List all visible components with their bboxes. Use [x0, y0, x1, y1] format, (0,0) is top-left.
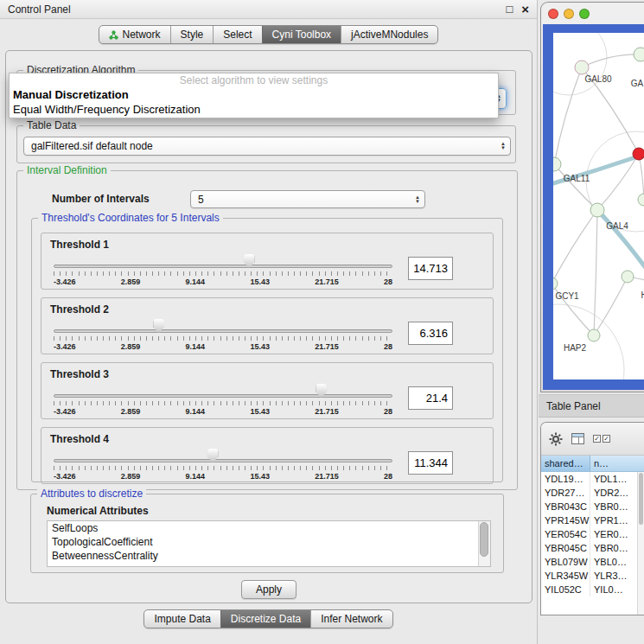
attributes-group: Attributes to discretize Numerical Attri…	[30, 494, 504, 573]
threshold-label: Threshold 1	[50, 239, 109, 251]
num-intervals-combobox[interactable]: 5 ▲▼	[190, 190, 425, 208]
network-edge[interactable]	[594, 277, 628, 335]
bottom-tab-infer-network[interactable]: Infer Network	[310, 610, 392, 628]
scale-label: 2.859	[121, 342, 141, 351]
slider-scale-labels: -3.4262.8599.14415.4321.71528	[54, 342, 392, 351]
attributes-group-title: Attributes to discretize	[37, 488, 146, 500]
node-gcy1[interactable]	[553, 277, 558, 290]
table-row[interactable]: YPR145WYPR1…	[541, 513, 644, 527]
select-all-checkbox-icon[interactable]: ✓	[593, 435, 601, 443]
slider-track[interactable]	[54, 459, 392, 462]
threshold-slider[interactable]: -3.4262.8599.14415.4321.71528	[54, 252, 392, 289]
node-gal80[interactable]	[575, 61, 589, 74]
column-header-name[interactable]: n…	[590, 456, 644, 471]
zoom-traffic-light-icon[interactable]	[579, 9, 590, 19]
slider-ticks	[54, 336, 392, 341]
node-label: H	[641, 290, 644, 300]
control-panel-titlebar[interactable]: Control Panel □ ×	[0, 0, 537, 19]
minimize-traffic-light-icon[interactable]	[564, 9, 574, 19]
node-gal11[interactable]	[553, 157, 561, 171]
scale-label: 2.859	[121, 407, 141, 416]
attribute-list-item[interactable]: SelfLoops	[48, 521, 490, 535]
table-data-group: Table Data galFiltered.sif default node …	[16, 125, 516, 163]
slider-track[interactable]	[54, 394, 392, 398]
table-header-row: shared… n…	[541, 456, 644, 472]
combo-arrows-icon: ▲▼	[501, 142, 506, 150]
threshold-value-field[interactable]: 21.4	[408, 386, 453, 410]
tab-jactivemnodules[interactable]: jActiveMNodules	[341, 26, 437, 43]
table-row[interactable]: YDR27…YDR2…	[541, 486, 644, 500]
tab-label: Select	[223, 29, 252, 41]
threshold-value-field[interactable]: 6.316	[408, 322, 453, 345]
node-selected-red[interactable]	[633, 148, 644, 160]
table-scrollbar-thumb[interactable]	[639, 473, 643, 525]
threshold-slider[interactable]: -3.4262.8599.14415.4321.71528	[54, 382, 392, 418]
scale-label: 2.859	[121, 472, 141, 481]
scale-label: -3.426	[54, 342, 76, 351]
node-label: GA	[631, 79, 644, 88]
close-window-icon[interactable]: ×	[521, 3, 529, 16]
tab-cyni-toolbox[interactable]: Cyni Toolbox	[262, 26, 341, 43]
dropdown-item[interactable]: Manual Discretization	[10, 87, 498, 102]
table-scrollbar[interactable]	[637, 472, 644, 615]
table-row[interactable]: YIL052CYIL0…	[541, 583, 644, 596]
threshold-panel: Threshold 1-3.4262.8599.14415.4321.71528…	[41, 233, 494, 290]
list-scrollbar-thumb[interactable]	[480, 522, 488, 557]
threshold-slider[interactable]: -3.4262.8599.14415.4321.71528	[54, 317, 392, 354]
column-header-shared-name[interactable]: shared…	[541, 456, 590, 471]
node-hap2[interactable]	[588, 329, 600, 341]
table-row[interactable]: YBL079WYBL0…	[541, 555, 644, 569]
table-row[interactable]: YBR043CYBR0…	[541, 500, 644, 513]
scale-label: 21.715	[315, 472, 339, 481]
table-cell-name: YDR2…	[590, 486, 644, 500]
table-cell-shared-name: YER054C	[541, 527, 590, 541]
thresholds-group-title: Threshold's Coordinates for 5 Intervals	[38, 212, 223, 224]
threshold-slider[interactable]: -3.4262.8599.14415.4321.71528	[54, 447, 392, 483]
settings-gear-icon[interactable]	[549, 432, 563, 446]
titlebar-icons: □ ×	[506, 3, 529, 16]
node-right-mid[interactable]	[638, 194, 644, 206]
dropdown-item[interactable]: Equal Width/Frequency Discretization	[10, 102, 498, 117]
num-intervals-value: 5	[198, 194, 204, 206]
network-edge[interactable]	[582, 54, 641, 67]
float-window-icon[interactable]: □	[506, 3, 513, 15]
close-traffic-light-icon[interactable]	[548, 9, 558, 19]
bottom-tab-discretize-data[interactable]: Discretize Data	[220, 610, 310, 628]
bottom-tab-impute-data[interactable]: Impute Data	[144, 610, 220, 628]
node-mid-low[interactable]	[622, 271, 634, 283]
scale-label: 15.43	[250, 342, 270, 351]
select-column-checkbox-icon[interactable]: ✓	[603, 435, 610, 443]
column-chooser-icon[interactable]	[571, 433, 584, 444]
network-canvas[interactable]: GAL80GAGAL11GAL4GCY1HHAP2	[553, 33, 644, 379]
node-top-right[interactable]	[634, 48, 644, 61]
table-cell-name: YBR0…	[590, 500, 644, 513]
network-edge[interactable]	[639, 154, 644, 200]
threshold-value-field[interactable]: 14.713	[408, 257, 453, 280]
apply-button[interactable]: Apply	[241, 580, 296, 599]
tab-network[interactable]: Network	[99, 26, 170, 43]
table-row[interactable]: YLR345WYLR3…	[541, 569, 644, 583]
network-view-window: GAL80GAGAL11GAL4GCY1HHAP2	[540, 2, 644, 392]
tab-select[interactable]: Select	[213, 26, 261, 43]
list-scrollbar[interactable]	[478, 521, 490, 566]
table-row[interactable]: YER054CYER0…	[541, 527, 644, 541]
slider-track[interactable]	[54, 329, 392, 333]
slider-track[interactable]	[54, 265, 392, 268]
table-panel-header[interactable]: Table Panel	[539, 394, 644, 418]
tab-style[interactable]: Style	[170, 26, 214, 43]
dropdown-placeholder: Select algorithm to view settings	[10, 73, 498, 87]
numerical-attributes-list[interactable]: SelfLoopsTopologicalCoefficientBetweenne…	[47, 520, 491, 567]
num-intervals-label: Number of Intervals	[52, 193, 150, 205]
table-row[interactable]: YDL19…YDL1…	[541, 472, 644, 486]
slider-ticks	[54, 466, 392, 470]
node-gal4[interactable]	[590, 203, 604, 217]
table-data-value: galFiltered.sif default node	[31, 140, 153, 152]
attribute-list-item[interactable]: BetweennessCentrality	[48, 549, 490, 563]
network-window-titlebar[interactable]	[541, 3, 644, 24]
table-data-combobox[interactable]: galFiltered.sif default node ▲▼	[23, 137, 511, 156]
network-edge[interactable]	[553, 210, 597, 284]
threshold-value-field[interactable]: 11.344	[408, 451, 453, 475]
attribute-list-item[interactable]: TopologicalCoefficient	[48, 535, 490, 549]
table-row[interactable]: YBR045CYBR0…	[541, 541, 644, 555]
network-edge[interactable]	[554, 67, 582, 164]
